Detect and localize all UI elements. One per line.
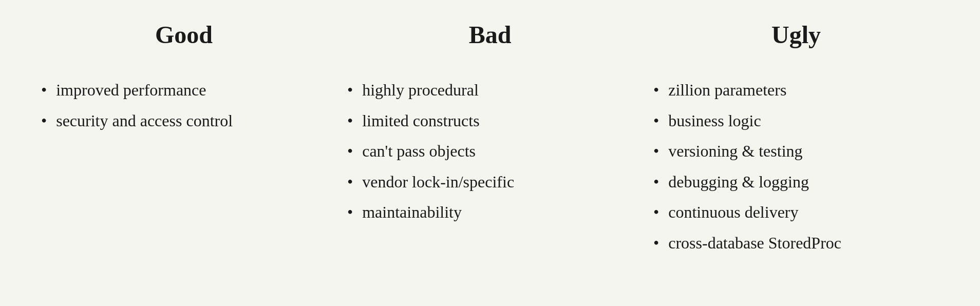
list-item: business logic <box>653 110 939 132</box>
list-item: cross-database StoredProc <box>653 233 939 254</box>
list-item: maintainability <box>347 202 633 223</box>
list-item: zillion parameters <box>653 80 939 101</box>
list-item: continuous delivery <box>653 202 939 223</box>
header-good: Good <box>41 21 327 49</box>
header-bad: Bad <box>347 21 633 49</box>
column-good: Goodimproved performancesecurity and acc… <box>31 21 337 141</box>
list-item: highly procedural <box>347 80 633 101</box>
list-bad: highly procedurallimited constructscan't… <box>347 80 633 233</box>
list-item: debugging & logging <box>653 171 939 193</box>
column-ugly: Uglyzillion parametersbusiness logicvers… <box>643 21 949 263</box>
header-ugly: Ugly <box>653 21 939 49</box>
list-item: limited constructs <box>347 110 633 132</box>
list-ugly: zillion parametersbusiness logicversioni… <box>653 80 939 263</box>
list-good: improved performancesecurity and access … <box>41 80 327 141</box>
list-item: vendor lock-in/specific <box>347 171 633 193</box>
column-bad: Badhighly procedurallimited constructsca… <box>337 21 643 233</box>
main-container: Goodimproved performancesecurity and acc… <box>0 0 980 306</box>
list-item: versioning & testing <box>653 141 939 162</box>
list-item: security and access control <box>41 110 327 132</box>
list-item: improved performance <box>41 80 327 101</box>
list-item: can't pass objects <box>347 141 633 162</box>
